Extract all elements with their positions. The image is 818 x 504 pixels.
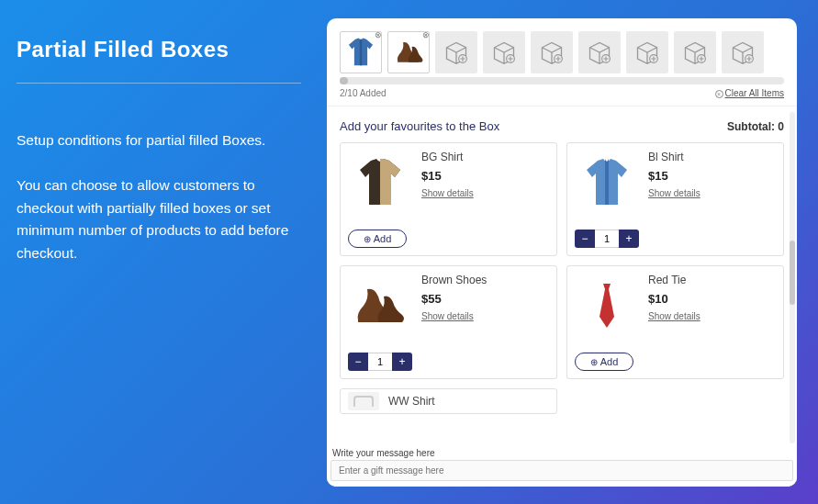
info-panel: Partial Filled Boxes Setup conditions fo… bbox=[17, 37, 301, 287]
qty-plus-button[interactable]: + bbox=[619, 230, 639, 248]
box-slot-empty[interactable] bbox=[626, 31, 668, 73]
shirt-blue-icon bbox=[343, 35, 378, 70]
product-image bbox=[348, 151, 412, 215]
product-name: Brown Shoes bbox=[421, 274, 487, 286]
show-details-link[interactable]: Show details bbox=[421, 188, 474, 198]
product-scrollbar[interactable] bbox=[790, 112, 795, 443]
red-tie-icon bbox=[577, 276, 636, 335]
box-slot-empty[interactable] bbox=[483, 31, 525, 73]
divider bbox=[17, 83, 301, 84]
page-title: Partial Filled Boxes bbox=[17, 37, 301, 62]
clear-icon: × bbox=[715, 90, 723, 98]
box-builder-panel: ⊗ ⊗ 2/10 Added ×Clear All Items Add your… bbox=[327, 18, 797, 487]
box-slot-1[interactable]: ⊗ bbox=[340, 31, 382, 73]
remove-slot-icon[interactable]: ⊗ bbox=[374, 30, 383, 39]
product-price: $55 bbox=[421, 292, 487, 306]
section-title: Add your favourites to the Box bbox=[340, 119, 499, 133]
add-button[interactable]: Add bbox=[575, 353, 633, 371]
box-slot-2[interactable]: ⊗ bbox=[387, 31, 430, 73]
product-price: $15 bbox=[648, 169, 700, 183]
product-image bbox=[575, 151, 639, 215]
added-count: 2/10 Added bbox=[340, 88, 387, 98]
box-placeholder-icon bbox=[587, 39, 612, 65]
qty-input[interactable] bbox=[368, 353, 392, 371]
product-area: Add your favourites to the Box Subtotal:… bbox=[327, 106, 797, 449]
box-slot-empty[interactable] bbox=[722, 31, 764, 73]
gift-message-area: Write your message here bbox=[327, 446, 797, 487]
bl-shirt-icon bbox=[577, 153, 636, 212]
shoes-icon bbox=[391, 35, 426, 70]
box-slot-empty[interactable] bbox=[578, 31, 621, 73]
box-placeholder-icon bbox=[491, 39, 517, 65]
gift-message-input[interactable] bbox=[331, 460, 793, 481]
box-slot-empty[interactable] bbox=[435, 31, 477, 73]
product-card-partial: WW Shirt bbox=[340, 388, 557, 414]
scrollbar-thumb[interactable] bbox=[340, 77, 348, 84]
product-card: Brown Shoes $55 Show details − + bbox=[340, 265, 557, 379]
product-card: Red Tie $10 Show details Add bbox=[566, 265, 784, 379]
info-paragraph-2: You can choose to allow customers to che… bbox=[17, 174, 301, 265]
product-image bbox=[348, 392, 379, 410]
product-image bbox=[575, 274, 639, 338]
brown-shoes-icon bbox=[351, 276, 409, 335]
qty-plus-button[interactable]: + bbox=[392, 353, 412, 371]
show-details-link[interactable]: Show details bbox=[648, 311, 700, 321]
info-paragraph-1: Setup conditions for partial filled Boxe… bbox=[17, 129, 301, 152]
box-slot-empty[interactable] bbox=[531, 31, 573, 73]
box-slots-row: ⊗ ⊗ bbox=[327, 18, 797, 77]
box-placeholder-icon bbox=[539, 39, 565, 65]
bg-shirt-icon bbox=[351, 153, 409, 212]
product-name: BG Shirt bbox=[421, 151, 474, 163]
slots-scrollbar[interactable] bbox=[340, 77, 784, 84]
product-card: Bl Shirt $15 Show details − + bbox=[566, 142, 784, 256]
qty-minus-button[interactable]: − bbox=[348, 353, 368, 371]
added-status-row: 2/10 Added ×Clear All Items bbox=[327, 88, 797, 106]
product-image bbox=[348, 274, 412, 338]
quantity-stepper: − + bbox=[348, 353, 412, 371]
box-placeholder-icon bbox=[730, 39, 756, 65]
product-card: BG Shirt $15 Show details Add bbox=[340, 142, 557, 256]
qty-input[interactable] bbox=[595, 230, 619, 248]
box-placeholder-icon bbox=[634, 39, 660, 65]
box-placeholder-icon bbox=[682, 39, 708, 65]
show-details-link[interactable]: Show details bbox=[648, 188, 700, 198]
remove-slot-icon[interactable]: ⊗ bbox=[421, 30, 431, 39]
subtotal: Subtotal: 0 bbox=[727, 120, 784, 133]
product-grid: BG Shirt $15 Show details Add Bl Shirt $… bbox=[340, 142, 784, 414]
box-slot-empty[interactable] bbox=[674, 31, 716, 73]
qty-minus-button[interactable]: − bbox=[575, 230, 595, 248]
message-label: Write your message here bbox=[331, 448, 793, 460]
quantity-stepper: − + bbox=[575, 230, 639, 248]
product-name: Bl Shirt bbox=[648, 151, 700, 163]
box-placeholder-icon bbox=[443, 39, 469, 65]
clear-all-link[interactable]: ×Clear All Items bbox=[715, 88, 784, 98]
product-name: Red Tie bbox=[648, 274, 700, 286]
product-scrollbar-thumb[interactable] bbox=[790, 241, 795, 305]
product-name: WW Shirt bbox=[388, 395, 435, 408]
add-button[interactable]: Add bbox=[348, 230, 407, 248]
product-price: $15 bbox=[421, 169, 474, 183]
product-price: $10 bbox=[648, 292, 700, 306]
show-details-link[interactable]: Show details bbox=[421, 311, 487, 321]
